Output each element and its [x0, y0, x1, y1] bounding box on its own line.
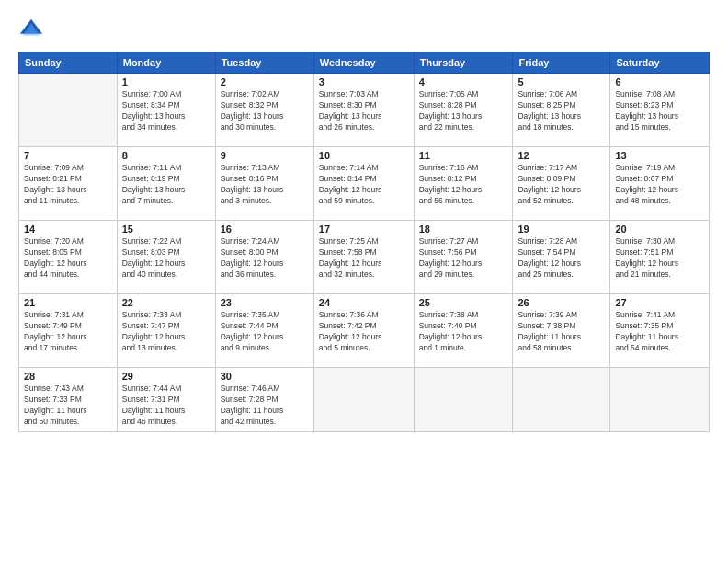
day-number: 9	[221, 150, 309, 161]
calendar-cell: 11Sunrise: 7:16 AM Sunset: 8:12 PM Dayli…	[414, 147, 513, 221]
calendar-cell: 16Sunrise: 7:24 AM Sunset: 8:00 PM Dayli…	[215, 221, 313, 294]
day-info: Sunrise: 7:13 AM Sunset: 8:16 PM Dayligh…	[221, 163, 309, 207]
day-info: Sunrise: 7:05 AM Sunset: 8:28 PM Dayligh…	[419, 89, 508, 133]
day-number: 13	[615, 150, 704, 161]
calendar-cell: 25Sunrise: 7:38 AM Sunset: 7:40 PM Dayli…	[414, 294, 513, 368]
weekday-header-friday: Friday	[513, 52, 610, 74]
calendar-cell: 2Sunrise: 7:02 AM Sunset: 8:32 PM Daylig…	[215, 74, 313, 147]
day-info: Sunrise: 7:08 AM Sunset: 8:23 PM Dayligh…	[615, 89, 704, 133]
day-number: 17	[319, 224, 409, 235]
day-info: Sunrise: 7:31 AM Sunset: 7:49 PM Dayligh…	[24, 310, 112, 354]
weekday-header-monday: Monday	[117, 52, 215, 74]
calendar-cell	[19, 74, 118, 147]
week-row-2: 7Sunrise: 7:09 AM Sunset: 8:21 PM Daylig…	[19, 147, 710, 221]
calendar-cell: 26Sunrise: 7:39 AM Sunset: 7:38 PM Dayli…	[513, 294, 610, 368]
day-number: 10	[319, 150, 409, 161]
calendar-cell: 18Sunrise: 7:27 AM Sunset: 7:56 PM Dayli…	[414, 221, 513, 294]
day-info: Sunrise: 7:46 AM Sunset: 7:28 PM Dayligh…	[221, 384, 309, 428]
weekday-header-wednesday: Wednesday	[313, 52, 414, 74]
day-number: 2	[221, 76, 309, 87]
day-number: 18	[419, 224, 508, 235]
weekday-header-tuesday: Tuesday	[215, 52, 313, 74]
day-info: Sunrise: 7:44 AM Sunset: 7:31 PM Dayligh…	[122, 384, 210, 428]
day-info: Sunrise: 7:28 AM Sunset: 7:54 PM Dayligh…	[518, 236, 605, 281]
calendar-cell: 14Sunrise: 7:20 AM Sunset: 8:05 PM Dayli…	[19, 221, 118, 294]
day-number: 5	[518, 76, 605, 87]
day-number: 15	[122, 224, 210, 235]
calendar-cell: 21Sunrise: 7:31 AM Sunset: 7:49 PM Dayli…	[19, 294, 118, 368]
day-info: Sunrise: 7:02 AM Sunset: 8:32 PM Dayligh…	[221, 89, 309, 133]
day-number: 12	[518, 150, 605, 161]
day-info: Sunrise: 7:33 AM Sunset: 7:47 PM Dayligh…	[122, 310, 210, 354]
calendar-cell: 28Sunrise: 7:43 AM Sunset: 7:33 PM Dayli…	[19, 368, 118, 432]
calendar-cell: 9Sunrise: 7:13 AM Sunset: 8:16 PM Daylig…	[215, 147, 313, 221]
calendar-cell: 6Sunrise: 7:08 AM Sunset: 8:23 PM Daylig…	[610, 74, 710, 147]
day-number: 6	[615, 76, 704, 87]
day-number: 27	[615, 297, 704, 308]
day-number: 19	[518, 224, 605, 235]
calendar-cell: 3Sunrise: 7:03 AM Sunset: 8:30 PM Daylig…	[313, 74, 414, 147]
day-number: 11	[419, 150, 508, 161]
day-info: Sunrise: 7:00 AM Sunset: 8:34 PM Dayligh…	[122, 89, 210, 133]
logo	[18, 17, 48, 42]
weekday-header-saturday: Saturday	[610, 52, 710, 74]
calendar-cell: 20Sunrise: 7:30 AM Sunset: 7:51 PM Dayli…	[610, 221, 710, 294]
day-number: 25	[419, 297, 508, 308]
calendar-cell: 4Sunrise: 7:05 AM Sunset: 8:28 PM Daylig…	[414, 74, 513, 147]
day-number: 21	[24, 297, 112, 308]
day-info: Sunrise: 7:27 AM Sunset: 7:56 PM Dayligh…	[419, 236, 508, 281]
calendar-cell: 8Sunrise: 7:11 AM Sunset: 8:19 PM Daylig…	[117, 147, 215, 221]
calendar-cell: 1Sunrise: 7:00 AM Sunset: 8:34 PM Daylig…	[117, 74, 215, 147]
week-row-3: 14Sunrise: 7:20 AM Sunset: 8:05 PM Dayli…	[19, 221, 710, 294]
page: SundayMondayTuesdayWednesdayThursdayFrid…	[0, 0, 728, 563]
calendar-cell: 7Sunrise: 7:09 AM Sunset: 8:21 PM Daylig…	[19, 147, 118, 221]
day-info: Sunrise: 7:39 AM Sunset: 7:38 PM Dayligh…	[518, 310, 605, 354]
weekday-header-row: SundayMondayTuesdayWednesdayThursdayFrid…	[19, 52, 710, 74]
calendar-cell: 23Sunrise: 7:35 AM Sunset: 7:44 PM Dayli…	[215, 294, 313, 368]
day-info: Sunrise: 7:25 AM Sunset: 7:58 PM Dayligh…	[319, 236, 409, 281]
day-info: Sunrise: 7:22 AM Sunset: 8:03 PM Dayligh…	[122, 236, 210, 281]
calendar-cell: 17Sunrise: 7:25 AM Sunset: 7:58 PM Dayli…	[313, 221, 414, 294]
calendar-cell: 5Sunrise: 7:06 AM Sunset: 8:25 PM Daylig…	[513, 74, 610, 147]
header	[18, 17, 710, 42]
calendar-cell: 15Sunrise: 7:22 AM Sunset: 8:03 PM Dayli…	[117, 221, 215, 294]
day-info: Sunrise: 7:03 AM Sunset: 8:30 PM Dayligh…	[319, 89, 409, 133]
day-info: Sunrise: 7:24 AM Sunset: 8:00 PM Dayligh…	[221, 236, 309, 281]
day-info: Sunrise: 7:16 AM Sunset: 8:12 PM Dayligh…	[419, 163, 508, 207]
weekday-header-sunday: Sunday	[19, 52, 118, 74]
calendar-cell	[313, 368, 414, 432]
calendar-cell: 22Sunrise: 7:33 AM Sunset: 7:47 PM Dayli…	[117, 294, 215, 368]
day-info: Sunrise: 7:09 AM Sunset: 8:21 PM Dayligh…	[24, 163, 112, 207]
week-row-5: 28Sunrise: 7:43 AM Sunset: 7:33 PM Dayli…	[19, 368, 710, 432]
day-number: 20	[615, 224, 704, 235]
week-row-1: 1Sunrise: 7:00 AM Sunset: 8:34 PM Daylig…	[19, 74, 710, 147]
week-row-4: 21Sunrise: 7:31 AM Sunset: 7:49 PM Dayli…	[19, 294, 710, 368]
calendar-cell: 12Sunrise: 7:17 AM Sunset: 8:09 PM Dayli…	[513, 147, 610, 221]
day-number: 29	[122, 371, 210, 382]
day-number: 8	[122, 150, 210, 161]
day-number: 14	[24, 224, 112, 235]
day-info: Sunrise: 7:35 AM Sunset: 7:44 PM Dayligh…	[221, 310, 309, 354]
day-number: 26	[518, 297, 605, 308]
calendar-cell: 29Sunrise: 7:44 AM Sunset: 7:31 PM Dayli…	[117, 368, 215, 432]
day-number: 22	[122, 297, 210, 308]
day-number: 4	[419, 76, 508, 87]
day-number: 7	[24, 150, 112, 161]
calendar-cell	[513, 368, 610, 432]
day-info: Sunrise: 7:41 AM Sunset: 7:35 PM Dayligh…	[615, 310, 704, 354]
day-info: Sunrise: 7:14 AM Sunset: 8:14 PM Dayligh…	[319, 163, 409, 207]
day-number: 3	[319, 76, 409, 87]
day-info: Sunrise: 7:30 AM Sunset: 7:51 PM Dayligh…	[615, 236, 704, 281]
day-number: 30	[221, 371, 309, 382]
calendar-cell	[414, 368, 513, 432]
day-info: Sunrise: 7:06 AM Sunset: 8:25 PM Dayligh…	[518, 89, 605, 133]
weekday-header-thursday: Thursday	[414, 52, 513, 74]
day-info: Sunrise: 7:38 AM Sunset: 7:40 PM Dayligh…	[419, 310, 508, 354]
day-info: Sunrise: 7:17 AM Sunset: 8:09 PM Dayligh…	[518, 163, 605, 207]
calendar-cell: 30Sunrise: 7:46 AM Sunset: 7:28 PM Dayli…	[215, 368, 313, 432]
calendar-cell: 13Sunrise: 7:19 AM Sunset: 8:07 PM Dayli…	[610, 147, 710, 221]
day-info: Sunrise: 7:20 AM Sunset: 8:05 PM Dayligh…	[24, 236, 112, 281]
calendar-cell	[610, 368, 710, 432]
day-info: Sunrise: 7:19 AM Sunset: 8:07 PM Dayligh…	[615, 163, 704, 207]
day-number: 1	[122, 76, 210, 87]
